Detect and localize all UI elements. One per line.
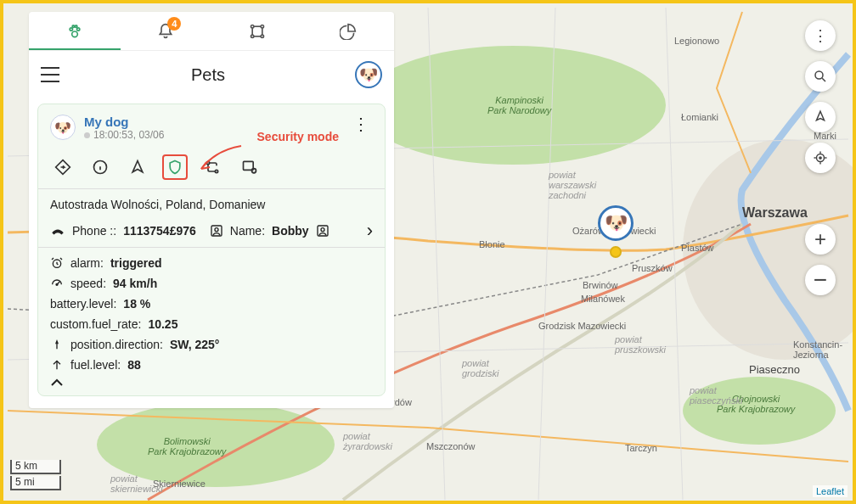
map-attribution[interactable]: Leaflet <box>813 485 848 497</box>
pet-map-marker[interactable]: 🐶 <box>598 205 634 258</box>
stat-speed: speed: 94 km/h <box>50 277 373 290</box>
directions-button[interactable] <box>50 154 76 180</box>
paw-icon <box>66 23 83 40</box>
annotation-arrow <box>194 142 245 176</box>
side-panel: 4 Pets 🐶 🐶 My <box>29 12 394 408</box>
map-locate-button[interactable] <box>805 143 836 173</box>
expand-contact-button[interactable]: › <box>367 220 373 242</box>
navigate-button[interactable] <box>125 154 150 180</box>
svg-point-6 <box>70 27 72 30</box>
tab-pets[interactable] <box>29 12 121 50</box>
zoom-out-button[interactable]: − <box>805 265 836 295</box>
divider <box>38 188 385 189</box>
user-avatar[interactable]: 🐶 <box>355 61 382 88</box>
svg-point-21 <box>215 228 218 232</box>
info-row-contact: Phone :: 1113754£976 Name: Bobby › <box>50 220 373 242</box>
battery-value: 18 % <box>123 297 150 311</box>
collapse-button[interactable] <box>50 378 373 387</box>
map-orientation-button[interactable] <box>805 102 836 132</box>
contact-icon <box>210 224 223 238</box>
contact-icon-2 <box>316 224 329 238</box>
svg-point-8 <box>72 25 75 27</box>
stat-battery: battery.level: 18 % <box>50 297 373 311</box>
menu-button[interactable] <box>41 67 61 82</box>
pet-avatar: 🐶 <box>50 115 76 140</box>
map-more-button[interactable]: ⋮ <box>805 20 836 51</box>
dog-icon: 🐶 <box>598 205 634 241</box>
name-value: Bobby <box>272 224 309 238</box>
security-mode-button[interactable] <box>162 154 188 180</box>
scale-mi: 5 mi <box>10 476 61 490</box>
svg-point-14 <box>261 35 263 37</box>
phone-icon <box>50 225 65 237</box>
speed-icon <box>50 277 64 290</box>
tab-notifications[interactable]: 4 <box>121 12 212 50</box>
svg-point-23 <box>321 228 324 232</box>
alarm-label: alarm: <box>70 256 104 270</box>
map-zoom-controls: + − <box>805 224 836 295</box>
pet-name: My dog <box>84 115 164 129</box>
tab-reports[interactable] <box>303 12 395 50</box>
svg-point-28 <box>819 157 821 159</box>
annotation-security-mode: Security mode <box>257 130 339 143</box>
map-scale: 5 km 5 mi <box>10 460 61 492</box>
pet-card: 🐶 My dog 18:00:53, 03/06 ⋮ Security mode <box>37 104 386 396</box>
card-header: 🐶 My dog 18:00:53, 03/06 ⋮ Security mode <box>50 115 373 141</box>
panel-title: Pets <box>61 65 355 85</box>
marker-dot <box>610 246 622 258</box>
fuel-level-label: fuel.level: <box>70 358 121 372</box>
speed-value: 94 km/h <box>113 277 157 290</box>
panel-header: Pets 🐶 <box>29 51 394 98</box>
phone-label: Phone :: <box>72 224 116 238</box>
phone-value: 1113754£976 <box>123 224 196 238</box>
tab-bar: 4 <box>29 12 394 51</box>
arrow-up-icon <box>50 358 64 372</box>
battery-label: battery.level: <box>50 297 116 311</box>
svg-point-3 <box>683 377 836 445</box>
polygon-icon <box>249 23 266 40</box>
svg-point-25 <box>56 283 58 285</box>
map-search-button[interactable] <box>805 61 836 92</box>
svg-point-5 <box>71 31 77 37</box>
zoom-in-button[interactable]: + <box>805 224 836 255</box>
stat-direction: position.direction: SW, 225° <box>50 338 373 351</box>
fuel-rate-label: custom.fuel_rate: <box>50 317 141 331</box>
svg-point-1 <box>360 46 666 165</box>
svg-point-12 <box>261 25 263 27</box>
direction-label: position.direction: <box>70 338 163 351</box>
speed-label: speed: <box>70 277 106 290</box>
stat-fuel-level: fuel.level: 88 <box>50 358 373 372</box>
svg-point-9 <box>75 25 77 27</box>
info-button[interactable] <box>87 154 113 180</box>
svg-point-13 <box>251 35 253 37</box>
tab-geofences[interactable] <box>211 12 303 50</box>
fuel-rate-value: 10.25 <box>148 317 177 331</box>
pet-address: Autostrada Wolności, Poland, Domaniew <box>50 198 373 211</box>
notification-badge: 4 <box>167 17 181 31</box>
alarm-value: triggered <box>110 256 162 270</box>
svg-point-11 <box>251 25 253 27</box>
pet-timestamp: 18:00:53, 03/06 <box>84 129 164 141</box>
divider <box>38 247 385 248</box>
alarm-icon <box>50 256 64 270</box>
stat-alarm: alarm: triggered <box>50 256 373 270</box>
name-label: Name: <box>230 224 265 238</box>
stat-fuel-rate: custom.fuel_rate: 10.25 <box>50 317 373 331</box>
map-controls-top: ⋮ <box>805 20 836 173</box>
app-frame: Warszawa Piaseczno Pruszków Piastów Brwi… <box>0 0 856 504</box>
scale-km: 5 km <box>10 460 61 474</box>
svg-point-7 <box>76 27 79 30</box>
more-options-button[interactable]: ⋮ <box>349 115 373 133</box>
direction-icon <box>50 338 64 351</box>
fuel-level-value: 88 <box>127 358 141 372</box>
pie-chart-icon <box>340 23 357 40</box>
svg-point-26 <box>815 71 823 79</box>
direction-value: SW, 225° <box>170 338 220 351</box>
